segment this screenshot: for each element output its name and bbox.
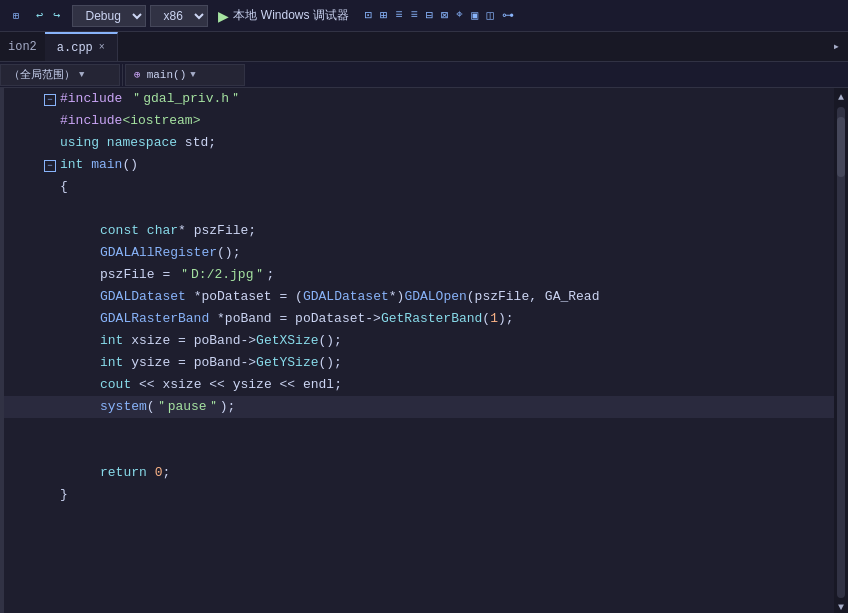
code-line: using namespace std; — [4, 132, 834, 154]
undo-redo-group: ↩ ↪ — [32, 6, 64, 25]
tab-acpp[interactable]: a.cpp × — [45, 32, 118, 61]
scroll-down-arrow[interactable]: ▼ — [838, 602, 844, 613]
dropdown-bar: （全局范围） ▼ ⊕ main() ▼ — [0, 62, 848, 88]
dropdown-separator — [122, 64, 123, 86]
line-content — [44, 198, 52, 220]
line-content: −int main() — [44, 154, 138, 176]
app-icon: ⊞ — [8, 8, 24, 24]
toolbar-icon-3: ≡ — [393, 6, 404, 25]
code-line: const char* pszFile; — [4, 220, 834, 242]
toolbar-icon-5: ⊟ — [424, 6, 435, 25]
function-icon: ⊕ — [134, 68, 141, 81]
code-line — [4, 418, 834, 440]
toolbar-icons: ⊡ ⊞ ≡ ≡ ⊟ ⊠ ⌖ ▣ ◫ ⊶ — [363, 6, 516, 25]
line-content: GDALDataset *poDataset = (GDALDataset*)G… — [44, 286, 599, 308]
scope-dropdown-arrow: ▼ — [79, 70, 84, 80]
line-content: const char* pszFile; — [44, 220, 256, 242]
line-content: pszFile = ＂D:/2.jpg＂; — [44, 264, 274, 286]
code-line: { — [4, 176, 834, 198]
line-content: #include<iostream> — [44, 110, 200, 132]
scroll-track[interactable] — [837, 107, 845, 598]
code-container[interactable]: −#include ＂gdal_priv.h＂ #include<iostrea… — [4, 88, 834, 613]
config-select[interactable]: Debug — [72, 5, 146, 27]
file-label: ion2 — [0, 40, 45, 54]
code-line: #include<iostream> — [4, 110, 834, 132]
scope-dropdown[interactable]: （全局范围） ▼ — [0, 64, 120, 86]
code-line: cout << xsize << ysize << endl; — [4, 374, 834, 396]
code-line: return 0; — [4, 462, 834, 484]
code-line: int ysize = poBand->GetYSize(); — [4, 352, 834, 374]
right-scrollbar[interactable]: ▲ ▼ — [834, 88, 848, 613]
line-content: GDALAllRegister(); — [44, 242, 240, 264]
collapse-toggle[interactable]: − — [44, 94, 56, 106]
undo-button[interactable]: ↩ — [32, 6, 47, 25]
toolbar-icon-8: ▣ — [469, 6, 480, 25]
redo-button[interactable]: ↪ — [49, 6, 64, 25]
code-line: int xsize = poBand->GetXSize(); — [4, 330, 834, 352]
code-line — [4, 198, 834, 220]
line-content: int xsize = poBand->GetXSize(); — [44, 330, 342, 352]
code-line: −#include ＂gdal_priv.h＂ — [4, 88, 834, 110]
tab-label: a.cpp — [57, 41, 93, 55]
line-content: int ysize = poBand->GetYSize(); — [44, 352, 342, 374]
line-content: GDALRasterBand *poBand = poDataset->GetR… — [44, 308, 514, 330]
toolbar-icon-2: ⊞ — [378, 6, 389, 25]
platform-select[interactable]: x86 — [150, 5, 208, 27]
code-line — [4, 440, 834, 462]
code-line-active: system(＂pause＂); — [4, 396, 834, 418]
toolbar-icon-10: ⊶ — [500, 6, 516, 25]
title-icons: ⊞ — [8, 8, 24, 24]
code-area[interactable]: −#include ＂gdal_priv.h＂ #include<iostrea… — [4, 88, 834, 613]
tab-bar: ion2 a.cpp × ▸ — [0, 32, 848, 62]
code-line: GDALRasterBand *poBand = poDataset->GetR… — [4, 308, 834, 330]
run-label: 本地 Windows 调试器 — [233, 7, 348, 24]
tab-scroll-right[interactable]: ▸ — [825, 39, 848, 54]
function-dropdown[interactable]: ⊕ main() ▼ — [125, 64, 245, 86]
line-content: return 0; — [44, 462, 170, 484]
code-line: GDALAllRegister(); — [4, 242, 834, 264]
tab-close-button[interactable]: × — [99, 42, 105, 53]
function-dropdown-arrow: ▼ — [190, 70, 195, 80]
scroll-thumb[interactable] — [837, 117, 845, 177]
run-button[interactable]: ▶ 本地 Windows 调试器 — [212, 5, 354, 26]
line-content: using namespace std; — [44, 132, 216, 154]
function-label: main() — [147, 69, 187, 81]
line-content: system(＂pause＂); — [44, 396, 235, 418]
editor-area: −#include ＂gdal_priv.h＂ #include<iostrea… — [0, 88, 848, 613]
code-line: pszFile = ＂D:/2.jpg＂; — [4, 264, 834, 286]
toolbar-icon-1: ⊡ — [363, 6, 374, 25]
toolbar-icon-9: ◫ — [484, 6, 495, 25]
title-bar: ⊞ ↩ ↪ Debug x86 ▶ 本地 Windows 调试器 ⊡ ⊞ ≡ ≡… — [0, 0, 848, 32]
line-content: cout << xsize << ysize << endl; — [44, 374, 342, 396]
scope-label: （全局范围） — [9, 67, 75, 82]
line-content — [44, 440, 52, 462]
line-content: −#include ＂gdal_priv.h＂ — [44, 88, 242, 110]
code-line: −int main() — [4, 154, 834, 176]
line-content — [44, 418, 52, 440]
toolbar-icon-4: ≡ — [409, 6, 420, 25]
line-content: } — [44, 484, 68, 506]
toolbar-icon-6: ⊠ — [439, 6, 450, 25]
line-content: { — [44, 176, 68, 198]
code-line: GDALDataset *poDataset = (GDALDataset*)G… — [4, 286, 834, 308]
scroll-up-arrow[interactable]: ▲ — [838, 92, 844, 103]
toolbar-icon-7: ⌖ — [454, 6, 465, 25]
code-line: } — [4, 484, 834, 506]
collapse-toggle[interactable]: − — [44, 160, 56, 172]
